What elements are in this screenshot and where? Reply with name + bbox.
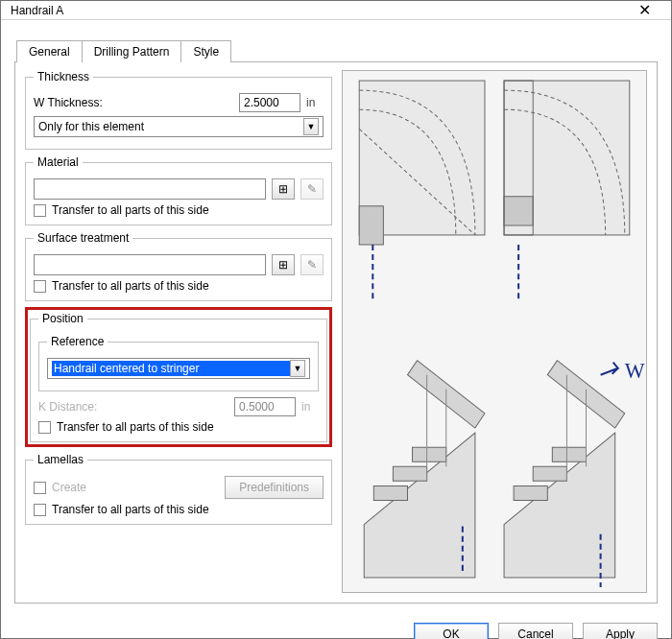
apply-button[interactable]: Apply <box>583 623 658 639</box>
select-thickness-scope-value: Only for this element <box>38 120 303 133</box>
window-title: Handrail A <box>11 4 625 17</box>
left-column: Thickness W Thickness: in Only for this … <box>25 70 332 593</box>
checkbox-surface-transfer[interactable]: Transfer to all parts of this side <box>34 279 324 293</box>
checkbox-box <box>34 204 46 217</box>
chevron-down-icon: ▼ <box>290 360 305 377</box>
legend-lamellas: Lamellas <box>34 453 87 466</box>
svg-marker-10 <box>413 447 446 462</box>
select-thickness-scope[interactable]: Only for this element ▼ <box>34 116 324 137</box>
svg-marker-4 <box>504 197 533 225</box>
checkbox-lamellas-transfer-label: Transfer to all parts of this side <box>52 503 209 516</box>
group-reference: Reference Handrail centered to stringer … <box>38 335 319 391</box>
tab-style[interactable]: Style <box>180 40 231 62</box>
grid-icon: ⊞ <box>278 182 288 196</box>
preview-illustration: W <box>343 71 646 592</box>
dialog-buttons: OK Cancel Apply <box>1 613 671 639</box>
legend-reference: Reference <box>47 335 108 348</box>
checkbox-material-transfer[interactable]: Transfer to all parts of this side <box>34 203 324 217</box>
ok-label: OK <box>443 627 459 639</box>
select-material[interactable] <box>34 178 266 200</box>
content-area: General Drilling Pattern Style Thickness… <box>1 20 671 613</box>
close-icon[interactable]: ✕ <box>625 1 663 19</box>
tab-general[interactable]: General <box>16 40 83 62</box>
legend-material: Material <box>34 155 83 169</box>
svg-rect-1 <box>359 206 383 245</box>
predefinitions-button[interactable]: Predefinitions <box>225 476 324 499</box>
checkbox-box <box>34 280 46 293</box>
svg-marker-17 <box>533 466 566 481</box>
checkbox-box <box>34 482 46 494</box>
material-browse-button[interactable]: ⊞ <box>272 178 295 200</box>
group-surface: Surface treatment ⊞ ✎ Transfer to all pa… <box>25 231 332 301</box>
pencil-icon: ✎ <box>307 182 317 196</box>
checkbox-lamellas-create-label: Create <box>52 481 86 494</box>
grid-icon: ⊞ <box>278 258 288 272</box>
input-k-distance <box>234 397 296 416</box>
checkbox-box <box>38 421 51 434</box>
select-surface[interactable] <box>34 254 266 275</box>
group-lamellas: Lamellas Create Predefinitions Transfer … <box>25 453 332 525</box>
checkbox-surface-transfer-label: Transfer to all parts of this side <box>52 279 209 293</box>
input-w-thickness[interactable] <box>239 93 300 112</box>
legend-position: Position <box>38 312 87 325</box>
tab-general-label: General <box>29 45 70 59</box>
checkbox-lamellas-create[interactable]: Create <box>34 481 86 494</box>
select-reference-value: Handrail centered to stringer <box>52 361 290 376</box>
group-position: Position Reference Handrail centered to … <box>30 312 327 442</box>
tabpage-general: Thickness W Thickness: in Only for this … <box>14 61 658 604</box>
material-edit-button[interactable]: ✎ <box>300 178 324 200</box>
legend-surface: Surface treatment <box>34 231 132 245</box>
select-reference[interactable]: Handrail centered to stringer ▼ <box>47 358 310 379</box>
svg-marker-18 <box>552 447 586 462</box>
label-k-distance: K Distance: <box>38 400 228 414</box>
checkbox-position-transfer-label: Transfer to all parts of this side <box>57 420 214 434</box>
group-thickness: Thickness W Thickness: in Only for this … <box>25 70 332 150</box>
titlebar: Handrail A ✕ <box>1 1 671 20</box>
pencil-icon: ✎ <box>307 258 317 272</box>
unit-k-distance: in <box>301 400 319 414</box>
checkbox-material-transfer-label: Transfer to all parts of this side <box>52 203 209 217</box>
checkbox-position-transfer[interactable]: Transfer to all parts of this side <box>38 420 319 434</box>
svg-marker-16 <box>514 485 547 500</box>
tab-drilling-label: Drilling Pattern <box>94 45 170 59</box>
dialog-handrail: Handrail A ✕ General Drilling Pattern St… <box>0 0 672 639</box>
legend-thickness: Thickness <box>34 70 93 83</box>
svg-marker-9 <box>393 466 426 481</box>
group-material: Material ⊞ ✎ Transfer to all parts of th… <box>25 155 332 225</box>
tabstrip: General Drilling Pattern Style <box>16 39 658 61</box>
checkbox-lamellas-transfer[interactable]: Transfer to all parts of this side <box>34 503 324 516</box>
tab-drilling-pattern[interactable]: Drilling Pattern <box>82 40 182 62</box>
label-w-thickness: W Thickness: <box>34 96 233 109</box>
cancel-label: Cancel <box>517 627 553 639</box>
apply-label: Apply <box>606 627 635 639</box>
predefinitions-label: Predefinitions <box>239 481 309 494</box>
cancel-button[interactable]: Cancel <box>498 623 573 639</box>
preview-w-label: W <box>625 359 645 383</box>
preview-pane: W <box>342 70 647 593</box>
ok-button[interactable]: OK <box>414 623 489 639</box>
unit-w-thickness: in <box>306 96 324 109</box>
highlight-position: Position Reference Handrail centered to … <box>25 307 332 447</box>
checkbox-box <box>34 504 46 516</box>
chevron-down-icon: ▼ <box>303 118 319 135</box>
surface-browse-button[interactable]: ⊞ <box>272 254 295 275</box>
surface-edit-button[interactable]: ✎ <box>300 254 324 275</box>
svg-marker-8 <box>373 485 407 500</box>
tab-style-label: Style <box>193 45 219 59</box>
